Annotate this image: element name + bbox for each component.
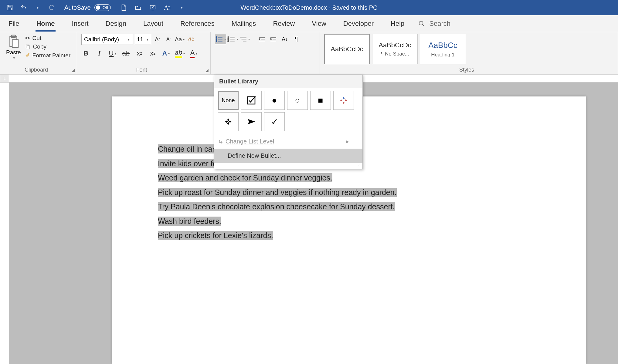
tab-layout[interactable]: Layout: [140, 15, 166, 32]
vertical-ruler[interactable]: [0, 83, 9, 364]
style-no-spacing[interactable]: AaBbCcDc ¶ No Spac...: [372, 34, 418, 64]
bullet-disc[interactable]: ●: [264, 91, 285, 110]
group-label: Font: [77, 67, 206, 73]
show-marks-button[interactable]: ¶: [291, 34, 301, 44]
bullet-checkbox[interactable]: [241, 91, 262, 110]
search-label: Search: [429, 20, 450, 28]
doc-line[interactable]: Change oil in car.: [158, 144, 216, 153]
bullet-4arrow[interactable]: [333, 91, 354, 110]
underline-button[interactable]: U▾: [108, 48, 117, 59]
clear-format-button[interactable]: A◊: [186, 34, 195, 45]
grow-font-button[interactable]: A^: [153, 34, 162, 45]
scissors-icon: ✂: [25, 35, 30, 42]
doc-line[interactable]: Wash bird feeders.: [158, 217, 221, 226]
tab-developer[interactable]: Developer: [340, 15, 377, 32]
increase-indent-button[interactable]: [268, 34, 278, 44]
superscript-button[interactable]: x2: [148, 48, 157, 59]
document-title: WordCheckboxToDoDemo.docx - Saved to thi…: [241, 4, 378, 11]
tab-design[interactable]: Design: [103, 15, 129, 32]
paintbrush-icon: ✐: [25, 52, 30, 59]
sort-button[interactable]: A↓: [280, 34, 290, 44]
new-file-icon[interactable]: [120, 4, 127, 11]
cut-button[interactable]: ✂Cut: [25, 35, 71, 42]
chevron-down-icon: ▼: [12, 56, 15, 60]
ruler-corner: L: [0, 75, 9, 83]
bullet-square[interactable]: ■: [310, 91, 331, 110]
svg-rect-9: [27, 46, 30, 49]
shrink-font-button[interactable]: Aˇ: [164, 34, 173, 45]
tab-insert[interactable]: Insert: [69, 15, 92, 32]
decrease-indent-button[interactable]: [256, 34, 267, 44]
numbering-button[interactable]: 123▾: [227, 34, 238, 44]
undo-icon[interactable]: [20, 4, 27, 11]
tab-references[interactable]: References: [177, 15, 218, 32]
subscript-button[interactable]: x2: [135, 48, 144, 59]
text-effects-button[interactable]: A▾: [161, 48, 171, 59]
svg-rect-2: [8, 8, 12, 10]
svg-point-12: [216, 39, 217, 39]
strike-button[interactable]: ab: [121, 48, 131, 59]
bullets-button[interactable]: ▾: [215, 34, 226, 44]
bullet-none[interactable]: None: [218, 91, 239, 110]
tab-home[interactable]: Home: [33, 15, 58, 32]
doc-line[interactable]: Weed garden and check for Sunday dinner …: [158, 173, 332, 182]
bullet-arrow[interactable]: [241, 112, 262, 131]
doc-line[interactable]: Try Paula Deen's chocolate explosion che…: [158, 202, 395, 211]
italic-button[interactable]: I: [95, 48, 104, 59]
indent-icon: ⇆: [219, 139, 222, 144]
svg-text:3: 3: [228, 40, 229, 42]
change-list-level: ⇆Change List Level ▸: [214, 134, 362, 149]
ribbon: Paste ▼ ✂Cut Copy ✐Format Painter Clipbo…: [0, 32, 618, 75]
present-icon[interactable]: [149, 4, 156, 11]
tab-mailings[interactable]: Mailings: [229, 15, 259, 32]
tab-help[interactable]: Help: [388, 15, 407, 32]
group-label: Styles: [320, 67, 613, 73]
tab-view[interactable]: View: [309, 15, 329, 32]
dialog-launcher-icon[interactable]: ◢: [205, 68, 209, 72]
bullet-check[interactable]: ✓: [264, 112, 285, 131]
read-aloud-icon[interactable]: A)): [164, 4, 171, 11]
doc-line[interactable]: Pick up roast for Sunday dinner and vegg…: [158, 188, 397, 197]
chevron-down-icon: ▼: [127, 38, 130, 41]
qat-customize-icon[interactable]: ▼: [178, 4, 185, 11]
redo-icon[interactable]: [48, 4, 55, 11]
save-icon[interactable]: [6, 4, 13, 11]
format-painter-button[interactable]: ✐Format Painter: [25, 52, 71, 59]
autosave-toggle[interactable]: AutoSave Off: [64, 4, 111, 11]
highlight-button[interactable]: ab▾: [175, 48, 185, 59]
copy-icon: [25, 44, 31, 49]
svg-point-10: [216, 37, 217, 38]
search-box[interactable]: Search: [418, 20, 450, 28]
define-new-bullet[interactable]: Define New Bullet...: [214, 149, 362, 163]
group-label: Clipboard: [0, 67, 73, 73]
svg-point-4: [419, 21, 423, 25]
tab-file[interactable]: File: [5, 15, 22, 32]
bullet-circle[interactable]: ○: [287, 91, 308, 110]
undo-dropdown-icon[interactable]: ▼: [34, 4, 41, 11]
svg-rect-7: [12, 39, 19, 47]
bullet-diamond4[interactable]: [218, 112, 239, 131]
change-case-button[interactable]: Aa▾: [175, 34, 185, 45]
tab-review[interactable]: Review: [270, 15, 298, 32]
bold-button[interactable]: B: [81, 48, 90, 59]
open-file-icon[interactable]: [134, 4, 142, 11]
multilevel-button[interactable]: ▾: [239, 34, 250, 44]
autosave-label: AutoSave: [64, 4, 91, 11]
doc-line[interactable]: Pick up crickets for Lexie's lizards.: [158, 231, 273, 240]
copy-button[interactable]: Copy: [25, 43, 71, 50]
ribbon-tabs: File Home Insert Design Layout Reference…: [0, 15, 618, 32]
style-normal[interactable]: AaBbCcDc: [324, 34, 370, 64]
dialog-launcher-icon[interactable]: ◢: [72, 68, 75, 72]
title-bar: ▼ AutoSave Off A)) ▼ WordCheckboxToDoDem…: [0, 0, 618, 15]
style-heading1[interactable]: AaBbCc Heading 1: [420, 34, 466, 64]
chevron-down-icon: ▼: [146, 38, 149, 41]
font-color-button[interactable]: A▾: [189, 48, 198, 59]
search-icon: [418, 20, 425, 27]
resize-handle-icon[interactable]: ⋰: [214, 163, 362, 169]
svg-rect-1: [8, 5, 11, 7]
font-family-select[interactable]: Calibri (Body)▼: [81, 34, 133, 45]
font-size-select[interactable]: 11▼: [135, 34, 151, 45]
popup-header: Bullet Library: [214, 75, 362, 88]
svg-point-14: [216, 41, 217, 42]
paste-button[interactable]: Paste ▼: [4, 34, 23, 60]
